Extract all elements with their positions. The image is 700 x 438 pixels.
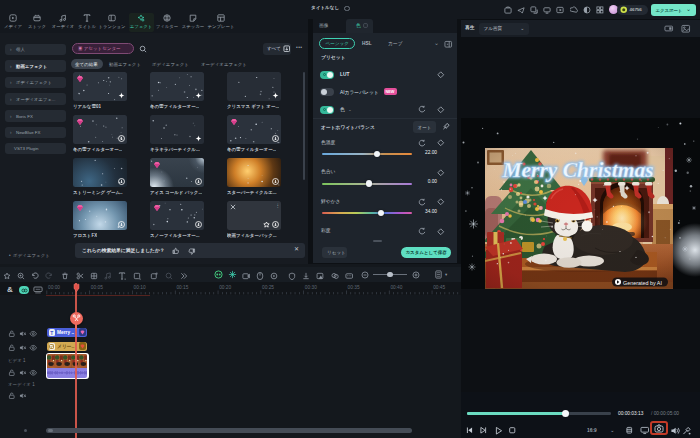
svg-text:00:40: 00:40 xyxy=(390,285,402,290)
svg-text:00:00: 00:00 xyxy=(48,285,60,290)
svg-text:00:15: 00:15 xyxy=(176,285,188,290)
svg-text:00:45: 00:45 xyxy=(433,285,445,290)
svg-text:Merry Christmas: Merry Christmas xyxy=(501,158,653,182)
svg-text:00:35: 00:35 xyxy=(348,285,360,290)
svg-text:00:25: 00:25 xyxy=(262,285,274,290)
svg-text:00:20: 00:20 xyxy=(219,285,231,290)
svg-text:00:30: 00:30 xyxy=(305,285,317,290)
svg-text:Generated by AI: Generated by AI xyxy=(623,280,662,286)
svg-text:00:05: 00:05 xyxy=(91,285,103,290)
svg-text:00:10: 00:10 xyxy=(134,285,146,290)
